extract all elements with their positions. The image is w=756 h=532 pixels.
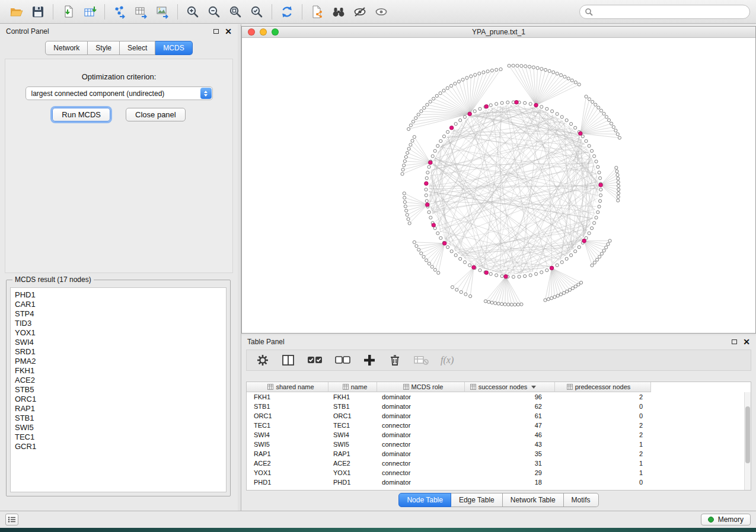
select-all-icon[interactable] (306, 352, 324, 368)
zoom-fit-icon[interactable] (225, 3, 246, 21)
tab-node-table[interactable]: Node Table (398, 493, 451, 507)
optimization-criterion-select[interactable]: largest connected component (undirected) (25, 86, 213, 100)
table-cell: YOX1 (247, 468, 328, 477)
table-cell: connector (377, 468, 465, 477)
network-canvas[interactable] (242, 38, 755, 333)
mcds-result-group: MCDS result (17 nodes) PHD1CAR1STP4TID3Y… (6, 275, 231, 496)
mcds-result-item[interactable]: SRD1 (15, 347, 222, 357)
column-header-mcds-role[interactable]: MCDS role (377, 382, 465, 392)
mcds-result-item[interactable]: RAP1 (15, 404, 222, 414)
table-row[interactable]: FKH1FKH1dominator962 (247, 392, 751, 402)
zoom-out-icon[interactable] (203, 3, 225, 21)
scrollbar-thumb[interactable] (745, 406, 750, 463)
tab-network[interactable]: Network (45, 41, 88, 55)
table-row[interactable]: TEC1TEC1connector472 (247, 421, 751, 430)
search-box[interactable] (579, 5, 750, 19)
import-table-file-icon[interactable] (79, 3, 100, 21)
table-row[interactable]: ACE2ACE2connector311 (247, 459, 751, 468)
zoom-selected-icon[interactable] (246, 3, 267, 21)
mcds-result-item[interactable]: GCR1 (15, 442, 222, 451)
mcds-result-item[interactable]: YOX1 (15, 328, 222, 338)
table-row[interactable]: SWI5SWI5connector431 (247, 440, 751, 449)
table-row[interactable]: YOX1YOX1connector291 (247, 468, 751, 477)
table-row[interactable]: PHD1PHD1dominator180 (247, 477, 751, 487)
deselect-all-icon[interactable] (334, 352, 352, 368)
table-cell: 2 (555, 392, 651, 402)
zoom-in-icon[interactable] (182, 3, 203, 21)
mcds-result-list[interactable]: PHD1CAR1STP4TID3YOX1SWI4SRD1PMA2FKH1ACE2… (10, 287, 227, 492)
table-cell: SWI5 (328, 440, 377, 449)
minimize-window-icon[interactable] (260, 28, 267, 36)
mcds-result-item[interactable]: CAR1 (15, 300, 222, 309)
column-header-shared-name[interactable]: shared name (247, 382, 328, 392)
import-network-file-icon[interactable] (58, 3, 79, 21)
eye-slash-icon[interactable] (349, 3, 371, 21)
tab-edge-table[interactable]: Edge Table (451, 493, 503, 507)
binoculars-icon[interactable] (328, 3, 349, 21)
table-row[interactable]: STB1STB1dominator620 (247, 402, 751, 411)
tab-network-table[interactable]: Network Table (503, 493, 564, 507)
maximize-window-icon[interactable] (272, 28, 279, 36)
tab-select[interactable]: Select (120, 41, 155, 55)
export-image-icon[interactable] (152, 3, 173, 21)
float-panel-icon[interactable] (213, 29, 219, 34)
column-header-predecessor-nodes[interactable]: predecessor nodes (555, 382, 651, 392)
close-table-panel-icon[interactable]: ✕ (743, 339, 750, 345)
mcds-result-item[interactable]: ACE2 (15, 376, 222, 385)
settings-gear-icon[interactable] (255, 352, 270, 368)
table-cell: SWI4 (328, 430, 377, 440)
mcds-result-item[interactable]: SWI4 (15, 338, 222, 347)
open-folder-icon[interactable] (6, 3, 27, 21)
export-network-icon[interactable] (109, 3, 130, 21)
refresh-icon[interactable] (276, 3, 298, 21)
network-graph[interactable] (242, 38, 755, 333)
float-table-panel-icon[interactable] (732, 339, 737, 344)
eye-icon[interactable] (371, 3, 392, 21)
mcds-result-item[interactable]: SWI5 (15, 423, 222, 432)
run-mcds-button[interactable]: Run MCDS (52, 108, 110, 121)
function-builder-icon[interactable]: f(x) (441, 355, 454, 366)
column-header-name[interactable]: name (328, 382, 377, 392)
task-history-button[interactable] (5, 514, 18, 525)
mcds-result-item[interactable]: STB1 (15, 414, 222, 423)
mcds-result-item[interactable]: ORC1 (15, 395, 222, 404)
mcds-result-item[interactable]: FKH1 (15, 366, 222, 376)
table-cell: PHD1 (328, 477, 377, 487)
add-column-icon[interactable] (362, 352, 377, 368)
memory-button[interactable]: Memory (701, 514, 751, 525)
close-window-icon[interactable] (248, 28, 255, 36)
mcds-result-item[interactable]: PMA2 (15, 357, 222, 366)
table-cell: ORC1 (328, 411, 377, 421)
table-cell: dominator (377, 392, 465, 402)
tab-mcds[interactable]: MCDS (155, 41, 192, 55)
mcds-tab-content: Optimization criterion: largest connecte… (5, 59, 233, 273)
export-table-icon[interactable] (130, 3, 152, 21)
delete-table-icon[interactable] (413, 352, 430, 368)
close-panel-icon[interactable]: ✕ (225, 28, 232, 34)
network-title-bar[interactable]: YPA_prune.txt_1 (242, 27, 755, 38)
document-share-icon[interactable] (307, 3, 328, 21)
mcds-result-item[interactable]: TEC1 (15, 432, 222, 442)
save-icon[interactable] (27, 3, 49, 21)
table-cell: 1 (555, 468, 651, 477)
table-cell: 35 (465, 449, 555, 459)
table-row[interactable]: RAP1RAP1dominator352 (247, 449, 751, 459)
delete-column-icon[interactable] (387, 352, 403, 368)
tab-motifs[interactable]: Motifs (564, 493, 599, 507)
search-input[interactable] (596, 8, 745, 16)
tab-style[interactable]: Style (88, 41, 120, 55)
table-vertical-scrollbar[interactable] (744, 392, 751, 490)
table-row[interactable]: SWI4SWI4dominator462 (247, 430, 751, 440)
show-columns-icon[interactable] (280, 352, 296, 368)
table-cell: ACE2 (247, 459, 328, 468)
table-cell: RAP1 (328, 449, 377, 459)
mcds-result-item[interactable]: TID3 (15, 319, 222, 328)
mcds-result-item[interactable]: STB5 (15, 385, 222, 395)
mcds-result-item[interactable]: PHD1 (15, 290, 222, 300)
table-row[interactable]: ORC1ORC1dominator610 (247, 411, 751, 421)
sort-descending-icon (531, 386, 536, 389)
column-header-successor-nodes[interactable]: successor nodes (465, 382, 555, 392)
table-cell: 1 (555, 440, 651, 449)
close-panel-button[interactable]: Close panel (126, 108, 186, 121)
mcds-result-item[interactable]: STP4 (15, 309, 222, 319)
